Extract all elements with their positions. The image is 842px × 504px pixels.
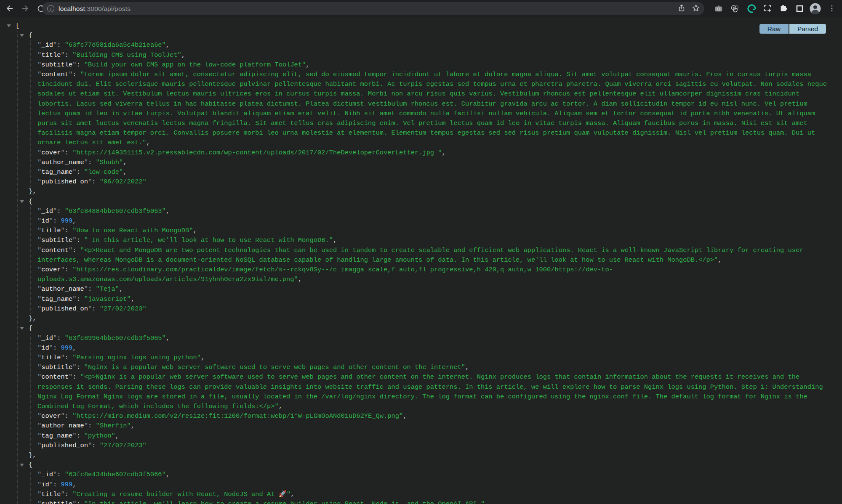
json-key: tag_name — [41, 295, 72, 303]
key-quote: " — [84, 159, 88, 166]
json-string-value: "python" — [84, 432, 115, 440]
comma: , — [279, 403, 282, 410]
json-number-value: 999 — [61, 217, 72, 225]
json-string-value: "<p>Nginx is a popular web server softwa… — [37, 373, 827, 410]
json-string-value: "63fc89964bbe607cdb3f5065" — [65, 334, 166, 342]
json-row: "_id": "63fc8e434bbe607cdb3f5066", — [37, 470, 832, 480]
key-quote: " — [37, 51, 41, 59]
json-string-value: "https://res.cloudinary.com/practicaldev… — [37, 266, 613, 283]
key-quote: " — [72, 236, 76, 244]
key-quote: " — [37, 305, 41, 313]
json-row: "author_name": "Shubh", — [37, 158, 832, 167]
key-quote: " — [88, 178, 92, 186]
key-quote: " — [72, 295, 76, 303]
comma: , — [166, 207, 170, 215]
json-row: "subtitle": "In this article, we'll lear… — [37, 499, 832, 504]
comma: , — [72, 217, 76, 225]
reading-mode-icon[interactable] — [793, 2, 806, 15]
bookmark-star-icon[interactable] — [692, 4, 700, 14]
raw-button[interactable]: Raw — [759, 24, 789, 34]
json-row: "published_on": "27/02/2023" — [37, 304, 832, 314]
comma: , — [465, 363, 469, 371]
json-bracket: { — [29, 324, 32, 332]
parsed-button[interactable]: Parsed — [789, 24, 826, 34]
json-row: { — [29, 31, 832, 40]
info-icon[interactable]: i — [47, 5, 54, 12]
json-key: content — [41, 373, 69, 381]
key-quote: " — [37, 432, 41, 440]
collapse-toggle-icon[interactable] — [20, 34, 24, 37]
json-string-value: "06/02/2022" — [100, 178, 147, 186]
key-quote: " — [69, 71, 72, 78]
menu-dots-icon[interactable] — [826, 2, 838, 15]
key-quote: " — [37, 422, 41, 430]
json-key: subtitle — [41, 61, 72, 69]
json-key: id — [41, 344, 49, 352]
json-string-value: "javascript" — [84, 295, 131, 303]
colon: : — [65, 227, 72, 234]
key-quote: " — [37, 295, 41, 303]
share-icon[interactable] — [677, 4, 686, 14]
key-quote: " — [37, 412, 41, 420]
extensions-puzzle-icon[interactable] — [777, 2, 790, 15]
key-quote: " — [37, 500, 41, 504]
comma: , — [442, 149, 446, 157]
screen-capture-icon[interactable] — [761, 2, 774, 15]
collapse-toggle-icon[interactable] — [20, 327, 24, 330]
json-bracket: { — [29, 461, 32, 469]
key-quote: " — [49, 217, 53, 225]
json-row: "subtitle": "Build your own CMS app on t… — [37, 60, 832, 70]
json-string-value: "27/02/2023" — [100, 442, 147, 449]
collapse-toggle-icon[interactable] — [20, 464, 24, 467]
colon: : — [53, 481, 61, 488]
colon: : — [92, 442, 99, 449]
json-key: subtitle — [41, 363, 72, 371]
json-string-value: "27/02/2023" — [100, 305, 147, 313]
address-bar[interactable]: i localhost:3000/api/posts — [42, 2, 704, 15]
key-quote: " — [37, 491, 41, 498]
comma: , — [131, 295, 135, 303]
json-string-value: "Building CMS using ToolJet" — [72, 51, 181, 59]
json-row: "author_name": "Sherfin", — [37, 421, 832, 431]
camera-extension-icon[interactable] — [712, 2, 725, 15]
json-string-value: "Nginx is a popular web server software … — [84, 363, 465, 371]
json-tree: [{"_id": "63fc77d581da6a5c4b21ea6e","tit… — [0, 17, 842, 504]
key-quote: " — [72, 432, 76, 440]
json-row: "subtitle": "Nginx is a popular web serv… — [37, 363, 832, 372]
json-row: "title": "Parsing nginx logs using pytho… — [37, 353, 832, 363]
key-quote: " — [61, 266, 64, 273]
json-string-value: "Lorem ipsum dolor sit amet, consectetur… — [37, 71, 831, 146]
json-row: "title": "How to use React with MongoDB"… — [37, 226, 832, 236]
colon: : — [88, 422, 96, 430]
key-quote: " — [37, 481, 41, 488]
json-key: _id — [41, 334, 53, 342]
json-key: _id — [41, 41, 53, 49]
json-row: "content": "Lorem ipsum dolor sit amet, … — [37, 70, 832, 148]
colon: : — [65, 149, 72, 157]
profile-avatar[interactable] — [809, 2, 821, 15]
comma: , — [166, 41, 170, 49]
back-icon[interactable] — [3, 2, 16, 15]
json-string-value: "Sherfin" — [96, 422, 131, 430]
json-key: subtitle — [41, 236, 72, 244]
json-key: tag_name — [41, 432, 72, 440]
media-extension-icon[interactable] — [728, 2, 741, 15]
json-string-value: "How to use React with MongoDB" — [72, 227, 193, 234]
json-bracket: { — [29, 198, 32, 205]
json-array-items: {"_id": "63fc77d581da6a5c4b21ea6e","titl… — [17, 31, 832, 504]
json-key: published_on — [41, 442, 88, 449]
comma: , — [298, 276, 302, 283]
json-object: {"_id": "63fc77d581da6a5c4b21ea6e","titl… — [29, 31, 832, 196]
collapse-toggle-icon[interactable] — [20, 200, 24, 203]
key-quote: " — [61, 491, 64, 498]
json-row: "subtitle": " In this article, we'll loo… — [37, 236, 832, 245]
colon: : — [57, 207, 64, 215]
forward-icon[interactable] — [19, 2, 32, 15]
collapse-toggle-icon[interactable] — [7, 24, 11, 27]
grammarly-icon[interactable] — [745, 2, 758, 15]
comma: , — [181, 51, 185, 59]
colon: : — [53, 217, 61, 225]
colon: : — [53, 344, 61, 352]
json-bracket: }, — [29, 188, 36, 195]
comma: , — [72, 344, 76, 352]
